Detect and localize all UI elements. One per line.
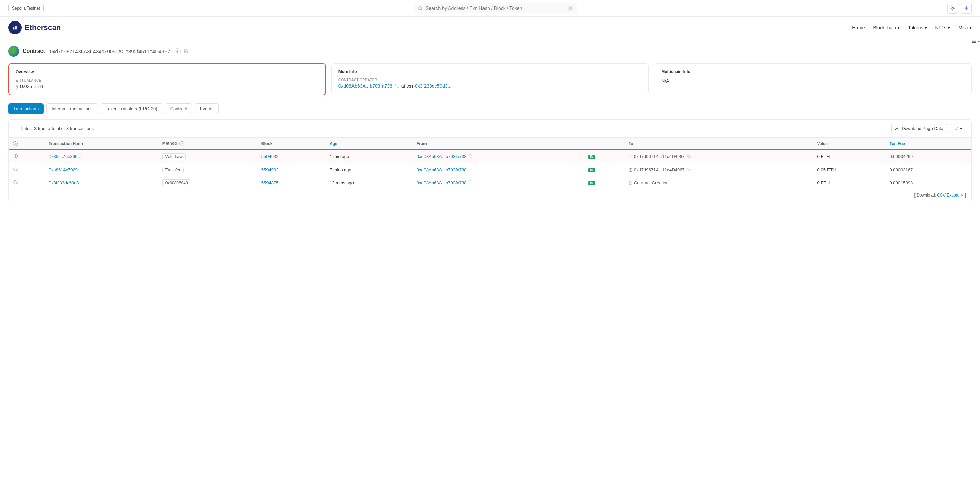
footer-end: ] (965, 193, 966, 197)
to-address: 0xd7d96714...11c4D4967 (634, 154, 685, 159)
logo-icon (8, 21, 22, 35)
row-eye-button[interactable] (13, 154, 18, 159)
eth-balance-value: 0.025 ETH (20, 84, 43, 89)
tx-hash-cell: 0x35cc76e866... (45, 150, 158, 163)
eth-balance-label: ETH BALANCE (16, 78, 318, 82)
search-input[interactable] (425, 5, 565, 11)
nav-tokens[interactable]: Tokens ▾ (908, 25, 927, 30)
svg-rect-41 (688, 169, 690, 171)
fee-cell: 0.00004269 (885, 150, 971, 163)
to-cell: 0xd7d96714...11c4D4967 (624, 150, 813, 163)
info-icon[interactable]: ? (13, 141, 18, 146)
overview-title: Overview (16, 70, 318, 75)
logo-text: Etherscan (25, 23, 61, 32)
eth-symbol: ⟠ (16, 84, 18, 89)
copy-from-button[interactable] (468, 167, 472, 172)
nav-misc[interactable]: Misc ▾ (958, 25, 972, 30)
value-cell: 0 ETH (813, 150, 886, 163)
contract-label: Contract (22, 48, 45, 54)
to-cell: 0xd7d96714...11c4D4967 (624, 163, 813, 176)
svg-line-4 (951, 6, 951, 7)
search-bar: / (414, 3, 578, 13)
method-badge: Transfer (162, 167, 184, 173)
nav-nfts[interactable]: NFTs ▾ (935, 25, 950, 30)
creator-address-link[interactable]: 0xd08Ab63A...b703fa738 (339, 83, 392, 89)
tab-events[interactable]: Events (195, 103, 219, 114)
filter-button[interactable]: ▾ (951, 124, 966, 133)
block-link[interactable]: 5594902 (261, 167, 279, 172)
copy-address-button[interactable] (176, 48, 180, 54)
tab-token-transfers[interactable]: Token Transfers (ERC-20) (101, 103, 162, 114)
tx-hash-link[interactable]: 0x3f233dc59d3... (49, 180, 83, 185)
copy-from-button[interactable] (468, 154, 472, 159)
direction-cell: IN (584, 163, 624, 176)
svg-line-8 (951, 10, 951, 10)
block-link[interactable]: 5594932 (261, 154, 279, 159)
svg-point-34 (15, 155, 16, 157)
fee-text: 0.00004269 (889, 154, 913, 159)
tab-internal-transactions[interactable]: Internal Transactions (46, 103, 98, 114)
more-info-card: More Info CONTRACT CREATOR 0xd08Ab63A...… (331, 64, 649, 95)
contract-address: 0xd7d9671436A3F434c7909FACe892f4511c4D49… (50, 48, 170, 54)
method-badge: Withdraw (162, 153, 186, 160)
to-address: Contract Creation (634, 180, 669, 185)
block-link[interactable]: 5594875 (261, 180, 279, 185)
svg-rect-24 (187, 49, 188, 50)
csv-export-link[interactable]: CSV Export (937, 193, 958, 197)
tx-hash-cell: 0x3f233dc59d3... (45, 176, 158, 189)
eth-network-icon[interactable] (961, 3, 972, 14)
qr-code-button[interactable] (184, 48, 189, 54)
copy-to-button[interactable] (687, 167, 690, 172)
theme-toggle-button[interactable] (947, 3, 958, 14)
method-cell: Transfer (158, 163, 257, 176)
sort-icon (14, 126, 19, 131)
tab-contract[interactable]: Contract (165, 103, 192, 114)
chevron-down-icon: ▾ (969, 25, 972, 30)
row-eye-button[interactable] (13, 167, 18, 173)
svg-line-9 (954, 6, 955, 7)
download-page-data-button[interactable]: Download Page Data (891, 124, 947, 133)
svg-rect-26 (187, 51, 187, 52)
to-cell: Contract Creation (624, 176, 813, 189)
from-cell: 0xd08Ab63A...b703fa738 (412, 163, 584, 176)
svg-rect-18 (15, 26, 17, 30)
layout-toggle-button[interactable]: ▾ (972, 39, 980, 44)
tx-hash-link[interactable]: 0x35cc76e866... (49, 154, 81, 159)
from-link[interactable]: 0xd08Ab63A...b703fa738 (417, 154, 467, 159)
svg-line-5 (954, 10, 955, 10)
svg-marker-13 (965, 8, 966, 10)
from-link[interactable]: 0xd08Ab63A...b703fa738 (417, 180, 467, 185)
table-summary: Latest 3 from a total of 3 transactions (21, 126, 94, 131)
multichain-value: N/A (661, 78, 965, 84)
nav-home[interactable]: Home (852, 25, 865, 30)
contract-avatar (8, 46, 19, 57)
in-direction-badge: IN (588, 168, 595, 172)
txn-hash-link[interactable]: 0x3f233dc59d3... (415, 83, 452, 89)
copy-creator-button[interactable] (395, 84, 399, 89)
footer-text: [ Download: (915, 193, 936, 197)
copy-to-button[interactable] (687, 154, 690, 159)
svg-rect-23 (184, 49, 186, 50)
row-eye-button[interactable] (13, 181, 18, 186)
creator-label: CONTRACT CREATOR (339, 78, 642, 82)
table-row: 0xa8614c7029... Transfer 5594902 7 mins … (9, 163, 971, 176)
svg-point-42 (15, 181, 16, 183)
multichain-card: Multichain Info N/A (654, 64, 972, 95)
col-method: Method ? (158, 137, 257, 150)
tabs: Transactions Internal Transactions Token… (8, 103, 972, 114)
method-cell: 0x60806040 (158, 176, 257, 189)
logo[interactable]: Etherscan (8, 21, 61, 35)
row-eye-cell (9, 163, 45, 176)
tab-transactions[interactable]: Transactions (8, 103, 44, 114)
tx-hash-link[interactable]: 0xa8614c7029... (49, 167, 81, 172)
svg-marker-33 (955, 127, 958, 130)
copy-from-button[interactable] (468, 181, 472, 185)
chevron-down-icon: ▾ (960, 126, 962, 131)
method-info-icon[interactable]: ? (180, 141, 184, 146)
svg-point-38 (15, 169, 16, 170)
nav-blockchain[interactable]: Blockchain ▾ (873, 25, 900, 30)
chevron-down-icon: ▾ (948, 25, 950, 30)
from-link[interactable]: 0xd08Ab63A...b703fa738 (417, 167, 467, 172)
value-cell: 0 ETH (813, 176, 886, 189)
value-cell: 0.05 ETH (813, 163, 886, 176)
